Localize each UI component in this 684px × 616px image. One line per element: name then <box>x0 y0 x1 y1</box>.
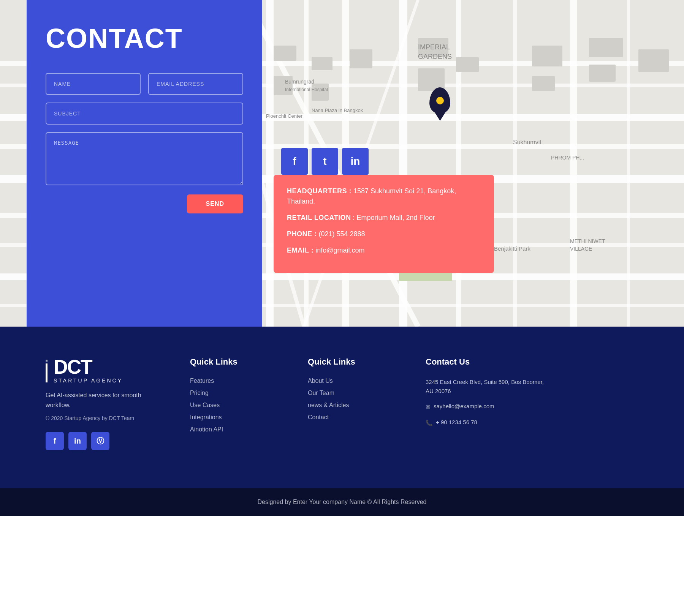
footer-copyright: © 2020 Startup Agency by DCT Team <box>46 415 167 421</box>
svg-text:Ploenchit Center: Ploenchit Center <box>266 113 303 119</box>
linkedin-icon[interactable]: in <box>342 148 369 175</box>
footer-address: 3245 East Creek Blvd, Suite 590, Bos Boo… <box>426 377 547 396</box>
contact-us-title: Contact Us <box>426 357 547 367</box>
svg-text:GARDENS: GARDENS <box>418 53 452 60</box>
logo-brand: DCT <box>54 357 123 377</box>
bottom-bar-text: Designed by Enter Your company Name © Al… <box>11 499 673 505</box>
svg-rect-27 <box>350 49 372 68</box>
subject-row <box>46 103 243 125</box>
svg-rect-35 <box>638 49 669 72</box>
footer-linkedin-icon[interactable]: in <box>68 432 87 450</box>
footer-link-integrations[interactable]: Integrations <box>190 414 285 421</box>
twitter-icon[interactable]: t <box>312 148 338 175</box>
footer-link-ainotion-api[interactable]: Ainotion API <box>190 426 285 433</box>
footer-facebook-icon[interactable]: f <box>46 432 64 450</box>
svg-rect-29 <box>456 57 479 72</box>
footer-link-contact[interactable]: Contact <box>308 414 403 421</box>
quick-links-2-column: Quick Links About Us Our Team news & Art… <box>308 357 403 450</box>
headquarters-line: HEADQUARTERS : 1587 Sukhumvit Soi 21, Ba… <box>287 186 481 207</box>
svg-rect-17 <box>513 0 517 327</box>
footer-link-news[interactable]: news & Articles <box>308 402 403 409</box>
svg-rect-32 <box>532 76 555 91</box>
retail-line: RETAIL LOCATION : Emporium Mall, 2nd Flo… <box>287 213 481 223</box>
svg-rect-33 <box>589 38 623 57</box>
footer-tagline: Get AI-assisted services for smooth work… <box>46 390 167 410</box>
svg-text:PHROM PH...: PHROM PH... <box>551 155 584 161</box>
footer-grid: ≡ DCT STARTUP AGENCY Get AI-assisted ser… <box>46 357 638 450</box>
quick-links-2-title: Quick Links <box>308 357 403 367</box>
pin-body <box>429 87 450 114</box>
footer-link-use-cases[interactable]: Use Cases <box>190 402 285 409</box>
svg-text:METHI NIWET: METHI NIWET <box>570 238 605 244</box>
phone-line: PHONE : (021) 554 2888 <box>287 229 481 239</box>
svg-text:Bumrungrad: Bumrungrad <box>285 79 314 85</box>
subject-input[interactable] <box>46 103 243 125</box>
svg-rect-23 <box>274 46 296 61</box>
email-icon: ✉ <box>426 403 431 412</box>
svg-text:Nana Plaza in Bangkok: Nana Plaza in Bangkok <box>312 107 363 113</box>
logo: ≡ DCT STARTUP AGENCY <box>46 357 167 384</box>
pin-dot <box>436 97 444 104</box>
name-input[interactable] <box>46 73 141 95</box>
svg-text:Benjakitti Park: Benjakitti Park <box>494 245 530 252</box>
svg-text:IMPERIAL: IMPERIAL <box>418 43 450 51</box>
facebook-icon[interactable]: f <box>281 148 308 175</box>
footer-phone: 📞 + 90 1234 56 78 <box>426 418 547 428</box>
bottom-bar: Designed by Enter Your company Name © Al… <box>0 488 684 516</box>
footer: ≡ DCT STARTUP AGENCY Get AI-assisted ser… <box>0 327 684 488</box>
contact-us-column: Contact Us 3245 East Creek Blvd, Suite 5… <box>426 357 547 450</box>
submit-button[interactable]: SEND <box>187 194 243 213</box>
footer-link-features[interactable]: Features <box>190 377 285 384</box>
name-email-row <box>46 73 243 95</box>
footer-link-pricing[interactable]: Pricing <box>190 390 285 396</box>
svg-text:Sukhumvit: Sukhumvit <box>513 139 542 145</box>
hero-section: IMPERIAL GARDENS Bumrungrad Internationa… <box>0 0 684 327</box>
footer-instagram-icon[interactable]: Ⓥ <box>91 432 109 450</box>
footer-email: ✉ sayhello@example.com <box>426 402 547 412</box>
map-pin <box>429 87 450 114</box>
phone-icon: 📞 <box>426 419 433 428</box>
footer-link-our-team[interactable]: Our Team <box>308 390 403 396</box>
svg-text:International Hospital: International Hospital <box>285 87 328 92</box>
svg-rect-16 <box>456 0 461 327</box>
footer-logo-column: ≡ DCT STARTUP AGENCY Get AI-assisted ser… <box>46 357 167 450</box>
contact-panel: CONTACT SEND <box>27 0 262 327</box>
email-input[interactable] <box>148 73 243 95</box>
svg-rect-18 <box>570 0 577 327</box>
contact-title: CONTACT <box>46 23 243 54</box>
footer-social-icons: f in Ⓥ <box>46 432 167 450</box>
logo-subtitle: STARTUP AGENCY <box>54 377 123 384</box>
email-line: EMAIL : info@gmail.com <box>287 245 481 256</box>
footer-link-about-us[interactable]: About Us <box>308 377 403 384</box>
message-textarea[interactable] <box>46 132 243 185</box>
logo-divider <box>46 363 48 382</box>
info-card: HEADQUARTERS : 1587 Sukhumvit Soi 21, Ba… <box>274 175 494 273</box>
svg-text:VILLAGE: VILLAGE <box>570 246 592 252</box>
svg-rect-34 <box>589 65 616 82</box>
quick-links-1-title: Quick Links <box>190 357 285 367</box>
quick-links-1-column: Quick Links Features Pricing Use Cases I… <box>190 357 285 450</box>
svg-rect-25 <box>312 57 332 70</box>
svg-rect-31 <box>532 46 562 66</box>
svg-rect-19 <box>627 0 630 327</box>
social-icons-group: f t in <box>281 148 369 175</box>
